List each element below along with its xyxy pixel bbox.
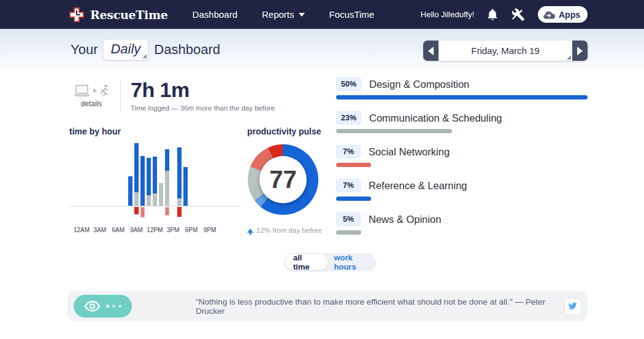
top-navbar: RescueTime Dashboard Reports FocusTime H… xyxy=(0,0,644,29)
productivity-pulse-title: productivity pulse xyxy=(247,127,321,136)
date-select[interactable]: Friday, March 19 xyxy=(439,41,572,61)
quote-bar: "Nothing is less productive than to make… xyxy=(67,291,588,321)
category-head: 23%Communication & Scheduling xyxy=(336,111,588,125)
category-bar xyxy=(336,163,371,167)
category-label[interactable]: Reference & Learning xyxy=(369,180,467,192)
category-percent-badge: 5% xyxy=(336,212,361,226)
bar-neutral-11AM[interactable] xyxy=(147,195,151,206)
bar-productive-11AM[interactable] xyxy=(147,158,151,195)
main-nav: Dashboard Reports FocusTime xyxy=(193,9,375,20)
tweet-button[interactable] xyxy=(564,298,581,315)
category-label[interactable]: Communication & Scheduling xyxy=(369,112,502,124)
brand-name: RescueTime xyxy=(90,8,168,21)
time-logged-summary: + details 7h 1m Time logged — 36m more t… xyxy=(69,79,275,112)
title-suffix: Dashboard xyxy=(154,42,220,58)
bar-distracting-10AM[interactable] xyxy=(140,207,145,217)
bar-neutral-9AM[interactable] xyxy=(134,192,139,206)
current-date: Friday, March 19 xyxy=(471,45,539,56)
x-tick-9PM: 9PM xyxy=(204,227,217,233)
pulse-score: 77 xyxy=(259,156,307,203)
title-prefix: Your xyxy=(71,42,98,58)
quote-eye-pill[interactable] xyxy=(74,295,132,318)
x-tick-6AM: 6AM xyxy=(112,227,125,233)
rescuetime-cross-clock-icon xyxy=(69,7,85,23)
page-title: Your Daily Dashboard xyxy=(71,39,220,60)
bar-neutral-4PM[interactable] xyxy=(177,198,182,206)
bar-productive-12PM[interactable] xyxy=(153,157,157,193)
twitter-bird-icon xyxy=(568,302,577,310)
arrow-right-icon xyxy=(577,47,583,55)
pulse-change: 12% from day before xyxy=(247,227,322,234)
category-bar xyxy=(336,129,452,133)
time-logged-block: 7h 1m Time logged — 36m more than the da… xyxy=(131,79,275,112)
tools-settings-icon[interactable] xyxy=(511,8,526,21)
next-day-button[interactable] xyxy=(572,41,588,61)
dropdown-corner-icon xyxy=(142,54,147,58)
category-bar xyxy=(336,197,371,201)
bar-very-distracting-9AM[interactable] xyxy=(134,207,139,214)
apps-button[interactable]: Apps xyxy=(538,6,588,23)
time-by-hour-chart: 12AM3AM6AM9AM12PM3PM6PM9PM xyxy=(69,138,239,236)
category-row: 50%Design & Composition xyxy=(336,77,588,99)
category-percent-badge: 23% xyxy=(336,111,361,125)
plus-icon: + xyxy=(92,86,97,95)
time-by-hour-title: time by hour xyxy=(69,127,121,136)
eye-icon xyxy=(84,300,101,312)
details-icons: + xyxy=(74,84,109,97)
laptop-icon xyxy=(74,85,90,96)
category-head: 7%Social Networking xyxy=(336,145,588,158)
x-tick-12PM: 12PM xyxy=(147,227,163,233)
bar-distracting-2PM[interactable] xyxy=(165,207,169,216)
time-range-toggle: all time work hours xyxy=(284,253,376,271)
bar-productive-2PM[interactable] xyxy=(165,149,169,171)
divider xyxy=(120,80,121,112)
nav-dashboard[interactable]: Dashboard xyxy=(193,9,237,20)
navbar-right: Hello Jilleduffy! Apps xyxy=(421,6,588,23)
running-person-icon xyxy=(99,84,109,97)
bar-productive-4PM[interactable] xyxy=(177,147,182,198)
bar-neutral-2PM[interactable] xyxy=(165,171,169,206)
productivity-pulse-donut[interactable]: 77 xyxy=(248,144,318,215)
category-bar xyxy=(336,230,361,235)
bar-productive-10AM[interactable] xyxy=(140,156,145,206)
category-label[interactable]: Design & Composition xyxy=(369,79,469,90)
bar-productive-9AM[interactable] xyxy=(134,143,139,192)
bar-neutral-1PM[interactable] xyxy=(159,183,163,206)
rescuetime-logo[interactable]: RescueTime xyxy=(69,7,168,23)
period-selector[interactable]: Daily xyxy=(103,39,148,60)
notifications-bell-icon[interactable] xyxy=(486,8,499,21)
details-label: details xyxy=(81,99,102,108)
category-head: 5%News & Opinion xyxy=(336,212,588,226)
bar-neutral-12PM[interactable] xyxy=(153,193,157,206)
bar-productive-5PM[interactable] xyxy=(183,167,188,206)
prev-day-button[interactable] xyxy=(423,41,439,61)
bar-productive-8AM[interactable] xyxy=(128,176,132,206)
toggle-work-hours[interactable]: work hours xyxy=(334,253,375,271)
x-axis-line xyxy=(69,206,239,206)
category-row: 23%Communication & Scheduling xyxy=(336,111,588,133)
dropdown-corner-icon xyxy=(567,55,571,60)
top-categories-list: 50%Design & Composition23%Communication … xyxy=(336,77,588,246)
user-greeting: Hello Jilleduffy! xyxy=(421,10,474,19)
date-navigator: Friday, March 19 xyxy=(423,41,588,61)
quote-text: "Nothing is less productive than to make… xyxy=(196,297,556,316)
category-label[interactable]: News & Opinion xyxy=(369,214,441,225)
category-percent-badge: 7% xyxy=(336,179,361,192)
x-tick-3PM: 3PM xyxy=(167,227,180,233)
details-link[interactable]: + details xyxy=(69,79,114,108)
up-arrow-icon xyxy=(247,228,253,233)
x-tick-12AM: 12AM xyxy=(74,227,90,233)
category-head: 50%Design & Composition xyxy=(336,77,588,91)
time-logged-note: Time logged — 36m more than the day befo… xyxy=(131,104,275,112)
nav-reports[interactable]: Reports xyxy=(262,9,305,20)
x-tick-6PM: 6PM xyxy=(185,227,198,233)
category-row: 7%Social Networking xyxy=(336,145,588,167)
toggle-all-time[interactable]: all time xyxy=(285,254,328,270)
category-row: 7%Reference & Learning xyxy=(336,179,588,201)
category-percent-badge: 50% xyxy=(336,77,361,91)
category-label[interactable]: Social Networking xyxy=(369,146,450,158)
nav-focustime[interactable]: FocusTime xyxy=(329,9,375,20)
time-logged-value: 7h 1m xyxy=(131,79,275,101)
category-row: 5%News & Opinion xyxy=(336,212,588,235)
bar-very-distracting-4PM[interactable] xyxy=(177,207,182,217)
